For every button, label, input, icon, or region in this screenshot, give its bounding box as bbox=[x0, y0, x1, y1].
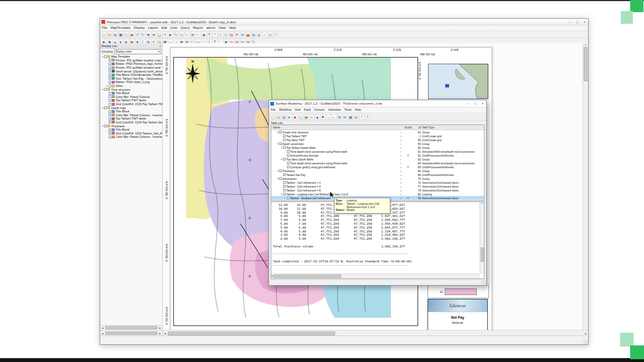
tree-item[interactable]: Color Bar: Pastel Colours bbox=[100, 95, 162, 99]
dialog-titlebar[interactable]: Surface Modeling - 2017.1.2 - Gullfaks20… bbox=[269, 100, 486, 107]
item-checkbox[interactable]: ✓ bbox=[109, 70, 111, 73]
task-row[interactable]: ▾✓Depth conversion✓59Group bbox=[271, 142, 484, 146]
tree-item[interactable]: ✓North arrow: ([System] north_arrow bbox=[100, 69, 162, 73]
task-row[interactable]: ✓Time depth trend conversion using Petre… bbox=[271, 161, 484, 165]
item-checkbox[interactable]: ✓ bbox=[109, 117, 111, 120]
item-checkbox[interactable]: ✓ bbox=[109, 128, 111, 131]
dialog-close-button[interactable]: × bbox=[479, 101, 486, 106]
menu-file[interactable]: File bbox=[100, 25, 109, 30]
task-checkbox[interactable]: ✓ bbox=[283, 173, 286, 176]
copy-task-icon[interactable]: ◫ bbox=[298, 114, 303, 120]
menu-tools[interactable]: Tools bbox=[343, 107, 353, 112]
close-button[interactable]: × bbox=[581, 19, 588, 25]
globe-icon[interactable]: ◍ bbox=[251, 32, 256, 37]
refresh-icon[interactable]: ↻ bbox=[174, 32, 179, 37]
scroll-thumb[interactable] bbox=[105, 326, 157, 329]
item-checkbox[interactable]: ✓ bbox=[109, 63, 111, 65]
menu-contour[interactable]: Contour bbox=[312, 107, 327, 112]
move-down-icon[interactable]: ▼ bbox=[321, 114, 326, 120]
delete-icon[interactable]: × bbox=[310, 114, 315, 120]
measure-icon[interactable]: ∠ bbox=[257, 32, 262, 37]
task-row[interactable]: ✓Tarbert - Cell refinement = 1✓71Volumet… bbox=[271, 180, 484, 184]
task-checkbox[interactable]: ✓ bbox=[287, 162, 290, 164]
task-checkbox[interactable]: ✓ bbox=[283, 189, 286, 192]
item-checkbox[interactable] bbox=[104, 88, 107, 91]
task-row[interactable]: ✓Tarbert - Cell refinement = 8✓79Volumet… bbox=[271, 188, 484, 192]
menu-edit[interactable]: Edit bbox=[159, 25, 168, 30]
item-checkbox[interactable]: ✓ bbox=[109, 74, 111, 76]
menu-display[interactable]: Display bbox=[132, 25, 147, 30]
layers-icon[interactable]: ≡ bbox=[235, 32, 240, 37]
task-row[interactable]: ✓Grid arithmetic formula✓Y62Grid/Process… bbox=[271, 153, 484, 157]
tree-item[interactable]: ▾✓Thickness bbox=[100, 124, 162, 128]
colorfill-icon[interactable]: ▨ bbox=[229, 32, 234, 37]
task-row[interactable]: ▾✓Volumetrics✓70Group bbox=[271, 177, 484, 180]
item-checkbox[interactable]: ✓ bbox=[104, 106, 107, 109]
task-checkbox[interactable]: ✓ bbox=[283, 185, 286, 188]
table-icon[interactable]: ⊟ bbox=[240, 32, 245, 37]
menu-lists[interactable]: Lists bbox=[169, 25, 179, 30]
pin-icon[interactable]: ◎ bbox=[268, 32, 273, 37]
tree-item[interactable]: Title Block bbox=[100, 91, 162, 95]
task-row[interactable]: ✓Time depth trend conversion using Petre… bbox=[271, 149, 484, 153]
settings-icon[interactable]: * bbox=[359, 114, 364, 120]
dialog-minimize-button[interactable]: – bbox=[465, 101, 472, 106]
tree-item[interactable]: ✓Color Bar: Pastel Colours - Inverted bbox=[100, 135, 162, 139]
task-checkbox[interactable]: ✓ bbox=[287, 150, 290, 153]
map-canvas[interactable]: 6 790 000 mN 6 788 000 mN 6 786 000 mN 6… bbox=[163, 43, 588, 330]
resize-grip[interactable] bbox=[481, 280, 486, 285]
panel-close-icon[interactable]: × bbox=[159, 44, 161, 48]
well-icon[interactable]: ◉ bbox=[202, 32, 207, 37]
select-icon[interactable]: ► bbox=[168, 32, 173, 37]
tree-item[interactable]: ✓Raster: PNG Petrosys_logo_horizo bbox=[100, 62, 162, 66]
task-save-icon[interactable]: ▥ bbox=[282, 114, 287, 120]
tree-item[interactable]: Top Tarbert TWT faults bbox=[100, 99, 162, 102]
menu-grid[interactable]: Grid bbox=[293, 107, 302, 112]
task-row[interactable]: ▾✓Thickness✓66Group bbox=[271, 169, 484, 173]
task-row[interactable]: ✓Tarbert Net Pay✓68Grid/Processes/Arithm… bbox=[271, 173, 484, 177]
symbol-icon[interactable]: * bbox=[213, 32, 218, 37]
report-icon[interactable]: ▤ bbox=[354, 114, 359, 120]
task-checkbox[interactable]: ✓ bbox=[283, 193, 286, 195]
contour-icon[interactable]: ≈ bbox=[185, 32, 190, 37]
item-checkbox[interactable]: ✓ bbox=[104, 125, 107, 127]
output-hscrollbar[interactable]: ◀ bbox=[271, 273, 480, 278]
item-checkbox[interactable]: ✓ bbox=[109, 121, 111, 123]
item-checkbox[interactable] bbox=[109, 92, 111, 95]
scroll-right-icon[interactable]: ▶ bbox=[158, 332, 162, 335]
tree-item[interactable]: Grid ColorFill: CON Top Tarbert TWT bbox=[100, 102, 162, 106]
zoom-window-icon[interactable]: ◻ bbox=[157, 32, 162, 37]
tree-item[interactable]: ▸Other bbox=[100, 84, 162, 88]
item-checkbox[interactable]: ✓ bbox=[109, 132, 111, 135]
line-icon[interactable]: / bbox=[218, 32, 223, 37]
pan-icon[interactable]: + bbox=[163, 32, 168, 37]
item-checkbox[interactable]: ✓ bbox=[109, 66, 111, 69]
menu-query[interactable]: Query bbox=[179, 25, 191, 30]
task-checkbox[interactable]: ✓ bbox=[279, 177, 282, 180]
grid-icon[interactable]: ⊞ bbox=[190, 32, 195, 37]
item-checkbox[interactable] bbox=[109, 99, 111, 102]
task-checkbox[interactable]: ✓ bbox=[283, 146, 286, 149]
task-row[interactable]: ▾✓Create time structure✓51Group bbox=[271, 130, 484, 134]
scroll-up-icon[interactable]: ▲ bbox=[481, 202, 483, 204]
item-checkbox[interactable]: ✓ bbox=[109, 81, 111, 84]
tree-item[interactable]: ✓Picture: PIC gullfaks location anal bbox=[100, 66, 162, 70]
tree-item[interactable]: ✓Title Block bbox=[100, 128, 162, 132]
scroll-left-icon[interactable]: ◀ bbox=[163, 332, 167, 335]
text-icon[interactable]: T bbox=[207, 32, 212, 37]
item-checkbox[interactable]: ✓ bbox=[109, 59, 111, 61]
tree-item[interactable]: ▾✓Map Template bbox=[100, 55, 162, 59]
task-checkbox[interactable]: ✓ bbox=[279, 131, 282, 133]
task-checkbox[interactable]: ✓ bbox=[279, 142, 282, 145]
task-row[interactable]: ▾✓Tarbert - Looping over Cell Refinement… bbox=[271, 192, 484, 196]
menu-velocities[interactable]: Velocities bbox=[327, 107, 343, 112]
menu-layers[interactable]: Layers bbox=[146, 25, 159, 30]
indent-icon[interactable]: → bbox=[326, 114, 331, 120]
item-checkbox[interactable] bbox=[109, 95, 111, 98]
task-row[interactable]: ▾✓Top Ness Depth Wells✓63Group bbox=[271, 157, 484, 161]
item-checkbox[interactable] bbox=[109, 85, 111, 87]
task-checkbox[interactable]: ✓ bbox=[287, 166, 290, 168]
tree-item[interactable]: ✓Title Block (ClientExample_TitleBlo bbox=[100, 73, 162, 77]
scroll-thumb[interactable] bbox=[481, 247, 484, 262]
task-row[interactable]: ✓Compute grid(s) using grid arithmetic✓Y… bbox=[271, 165, 484, 169]
